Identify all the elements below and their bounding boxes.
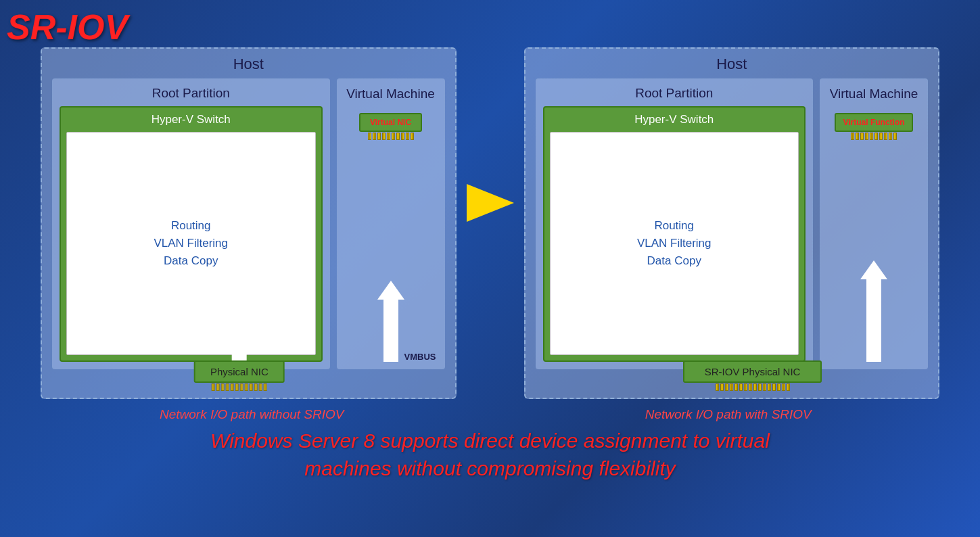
left-routing-box: Routing VLAN Filtering Data Copy [66,132,316,355]
left-host-label: Host [52,55,445,73]
right-root-partition: Root Partition Hyper-V Switch Routing VL… [536,78,814,369]
routing-text: Routing [171,219,211,233]
right-virtual-function: Virtual Function [835,113,912,140]
right-sriov-chip: SR-IOV Physical NIC [683,360,822,383]
right-vf-chip: Virtual Function [835,113,912,132]
bottom-section: Network I/O path without SRIOV Network I… [41,407,939,523]
right-routing-text: Routing [654,219,694,233]
right-vm-arrow [860,140,887,362]
right-hyperv-switch: Hyper-V Switch Routing VLAN Filtering Da… [543,106,806,362]
right-data-copy-text: Data Copy [647,254,701,268]
vlan-filtering-text: VLAN Filtering [154,237,228,250]
right-routing-box: Routing VLAN Filtering Data Copy [550,132,799,355]
vmbus-label: VMBUS [404,352,436,362]
right-vm-box: Virtual Machine Virtual Function [820,78,928,369]
left-vm-label: Virtual Machine [346,86,435,103]
data-copy-text: Data Copy [164,254,218,268]
right-vf-pins [851,133,897,140]
left-vmbus-arrow: VMBUS [344,140,438,362]
left-physical-nic-pins [212,383,267,391]
left-host-box: Host Root Partition Hyper-V Switch Routi… [41,47,457,399]
left-root-partition: Root Partition Hyper-V Switch Routing VL… [52,78,330,369]
right-hyperv-label: Hyper-V Switch [550,113,799,126]
right-sriov-nic-area: SR-IOV Physical NIC [683,360,822,391]
right-host-box: Host Root Partition Hyper-V Switch Routi… [524,47,940,399]
right-host-label: Host [536,55,929,73]
center-arrow [463,183,517,223]
left-physical-nic-chip: Physical NIC [194,360,285,383]
right-sriov-pins [716,383,790,391]
left-virtual-nic-pins [368,133,414,140]
right-vm-label: Virtual Machine [830,86,918,103]
main-caption: Windows Server 8 supports direct device … [41,427,939,482]
left-virtual-nic: Virtual NIC [359,113,422,140]
right-vlan-text: VLAN Filtering [637,237,711,250]
left-virtual-nic-chip: Virtual NIC [359,113,422,132]
left-subtitle: Network I/O path without SRIOV [41,407,463,422]
left-hyperv-label: Hyper-V Switch [66,113,316,126]
title: SR-IOV [7,7,128,47]
left-root-partition-label: Root Partition [60,86,323,101]
right-root-partition-label: Root Partition [543,86,806,101]
right-subtitle: Network I/O path with SRIOV [517,407,940,422]
left-vm-box: Virtual Machine Virtual NIC [337,78,445,369]
left-physical-nic-area: Physical NIC [194,323,285,391]
